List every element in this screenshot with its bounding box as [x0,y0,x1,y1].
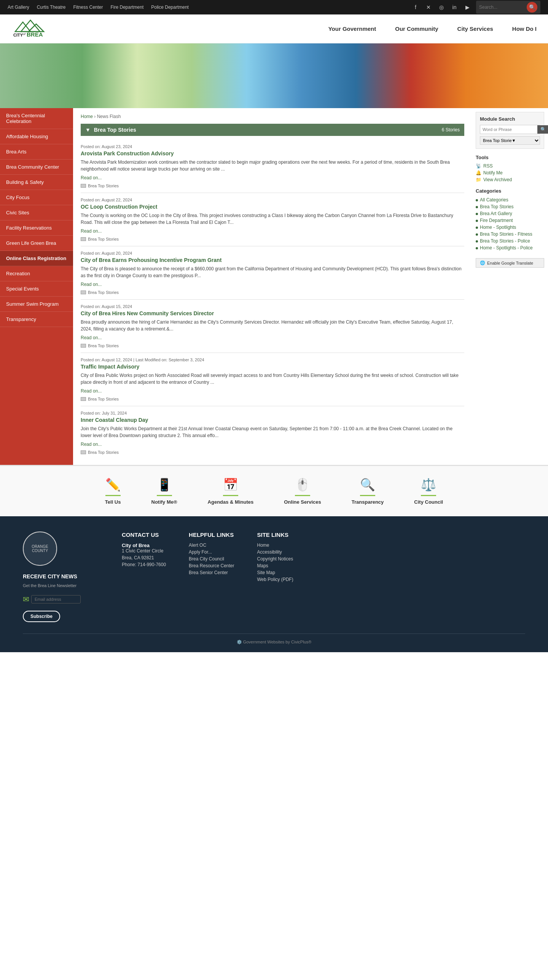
quick-link-transparency[interactable]: 🔍 Transparency [352,477,384,505]
seal-text: ORANGE COUNTY [24,544,56,553]
helpful-link[interactable]: Brea Senior Center [189,570,234,575]
tool-archived[interactable]: 📁 View Archived [476,177,544,182]
nav-how-do-i[interactable]: How Do I [512,26,537,32]
helpful-link[interactable]: Alert OC [189,543,234,548]
breadcrumb-home[interactable]: Home [81,114,93,119]
contact-title: CONTACT US [122,531,166,538]
quick-link-agendas[interactable]: 📅 Agendas & Minutes [208,477,254,505]
quick-link-city-council[interactable]: ⚖️ City Council [414,477,443,505]
news-title-link[interactable]: City of Brea Hires New Community Service… [81,310,464,316]
site-link[interactable]: Accessibility [257,549,293,555]
top-search-button[interactable]: 🔍 [527,2,537,13]
category-link[interactable]: Brea Top Stories - Fitness [480,231,532,237]
topbar-link-police[interactable]: Police Department [151,5,189,10]
quick-link-online-services[interactable]: 🖱️ Online Services [284,477,321,505]
news-title-link[interactable]: OC Loop Construction Project [81,204,464,210]
site-link[interactable]: Maps [257,563,293,568]
sidebar-item-transparency[interactable]: Transparency [0,312,73,327]
news-item: Posted on: August 23, 2024 Arovista Park… [81,140,464,193]
sidebar-item-community-center[interactable]: Brea Community Center [0,160,73,175]
sidebar-item-online-class[interactable]: Online Class Registration [0,251,73,266]
sidebar-item-arts[interactable]: Brea Arts [0,144,73,160]
module-search-input[interactable] [480,125,537,134]
news-title-link[interactable]: City of Brea Earns Prohousing Incentive … [81,257,464,263]
translate-label: Enable Google Translate [487,261,533,265]
sidebar-item-city-focus[interactable]: City Focus [0,190,73,205]
tell-us-icon: ✏️ [105,477,121,492]
quick-link-notify[interactable]: 📱 Notify Me® [151,477,177,505]
topbar-link-fire[interactable]: Fire Department [111,5,144,10]
read-on-link[interactable]: Read on... [81,388,102,394]
site-header: CITY of BREA Your Government Our Communi… [0,14,548,43]
category-icon [81,290,86,294]
category-link[interactable]: Home - Spotlights - Police [480,245,533,251]
category-link[interactable]: Brea Art Gallery [480,211,512,216]
category-link[interactable]: Home - Spotlights [480,225,516,230]
sidebar-item-recreation[interactable]: Recreation [0,266,73,281]
category-icon [81,237,86,241]
sidebar-item-civic-sites[interactable]: Civic Sites [0,205,73,220]
quick-link-tell-us[interactable]: ✏️ Tell Us [105,477,121,505]
top-search-input[interactable] [479,5,525,10]
nav-your-government[interactable]: Your Government [328,26,376,32]
news-category: Brea Top Stories [81,450,464,455]
news-title-link[interactable]: Inner Coastal Cleanup Day [81,417,464,423]
post-date: Posted on: August 23, 2024 [81,144,464,149]
read-on-link[interactable]: Read on... [81,282,102,287]
site-link[interactable]: Copyright Notices [257,556,293,562]
nav-our-community[interactable]: Our Community [395,26,438,32]
topbar-link-fitness[interactable]: Fitness Center [73,5,103,10]
read-on-link[interactable]: Read on... [81,335,102,340]
read-on-link[interactable]: Read on... [81,175,102,180]
list-item: Home - Spotlights [476,224,544,230]
module-search-select[interactable]: Brea Top Storie▼ [480,136,540,145]
x-twitter-icon[interactable]: ✕ [424,3,433,11]
svg-text:CITY: CITY [13,33,23,37]
news-section-header: ▼ Brea Top Stories 6 Stories [81,124,464,136]
youtube-icon[interactable]: ▶ [463,3,472,11]
footer-contact: CONTACT US City of Brea 1 Civic Center C… [122,531,166,622]
site-link[interactable]: Site Map [257,570,293,575]
quick-link-underline [223,495,238,496]
notify-icon: 🔔 [476,170,481,176]
tool-notify[interactable]: 🔔 Notify Me [476,170,544,176]
news-title-link[interactable]: Arovista Park Construction Advisory [81,150,464,156]
site-link[interactable]: Home [257,543,293,548]
read-on-link[interactable]: Read on... [81,442,102,447]
sidebar-item-green-life[interactable]: Green Life Green Brea [0,236,73,251]
sidebar-item-summer-swim[interactable]: Summer Swim Program [0,297,73,312]
helpful-link[interactable]: Brea Resource Center [189,563,234,568]
topbar-link-curtis[interactable]: Curtis Theatre [37,5,66,10]
nav-city-services[interactable]: City Services [457,26,493,32]
category-label: Brea Top Stories [88,237,119,241]
quick-link-label: Online Services [284,499,321,505]
news-item: Posted on: August 20, 2024 City of Brea … [81,246,464,300]
helpful-link[interactable]: Brea City Council [189,556,234,562]
subscribe-button[interactable]: Subscribe [23,611,60,622]
news-excerpt: The Arovista Park Modernization work con… [81,159,464,172]
topbar-link-art-gallery[interactable]: Art Gallery [8,5,29,10]
category-link[interactable]: Brea Top Stories [480,204,514,209]
news-title-link[interactable]: Traffic Impact Advisory [81,364,464,370]
sidebar-item-facility-reservations[interactable]: Facility Reservations [0,220,73,236]
facebook-icon[interactable]: f [411,3,420,11]
instagram-icon[interactable]: ◎ [437,3,446,11]
sidebar-item-building-safety[interactable]: Building & Safety [0,175,73,190]
translate-button[interactable]: 🌐 Enable Google Translate [476,258,544,268]
footer-bottom: ⚙️ Government Websites by CivicPlus® [23,634,525,645]
helpful-link[interactable]: Apply For... [189,549,234,555]
module-search-button[interactable]: 🔍 [537,125,548,134]
sidebar-item-housing[interactable]: Affordable Housing [0,129,73,144]
agendas-icon: 📅 [223,477,238,492]
category-link[interactable]: All Categories [480,197,508,203]
tool-rss[interactable]: 📡 RSS [476,163,544,169]
sidebar-item-special-events[interactable]: Special Events [0,281,73,297]
email-input[interactable] [31,595,81,603]
sidebar-item-centennial[interactable]: Brea's Centennial Celebration [0,108,73,129]
site-logo[interactable]: CITY of BREA [11,18,57,39]
linkedin-icon[interactable]: in [450,3,459,11]
category-link[interactable]: Brea Top Stories - Police [480,238,530,244]
category-link[interactable]: Fire Department [480,218,513,223]
site-link[interactable]: Web Policy (PDF) [257,577,293,582]
read-on-link[interactable]: Read on... [81,228,102,234]
